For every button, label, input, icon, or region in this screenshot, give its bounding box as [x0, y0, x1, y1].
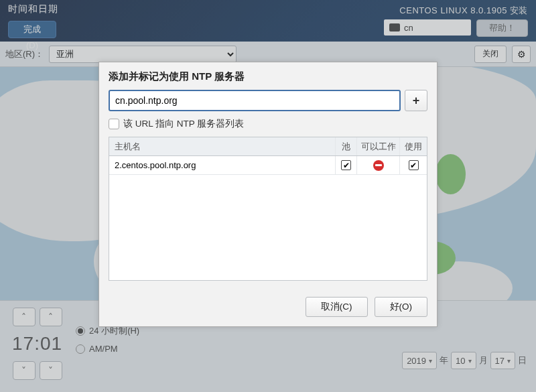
cell-pool[interactable]: ✔: [336, 156, 357, 174]
checkbox-checked-icon: ✔: [409, 160, 419, 170]
url-list-checkbox-row[interactable]: 该 URL 指向 NTP 服务器列表: [109, 118, 427, 130]
add-server-button[interactable]: +: [405, 90, 427, 111]
cancel-button[interactable]: 取消(C): [306, 297, 368, 317]
table-row[interactable]: 2.centos.pool.ntp.org ✔ ✔: [109, 156, 427, 175]
dialog-footer: 取消(C) 好(O): [99, 290, 437, 326]
ntp-url-input[interactable]: [109, 90, 401, 111]
col-host: 主机名: [109, 137, 336, 155]
cell-working: [357, 156, 400, 174]
dialog-body: + 该 URL 指向 NTP 服务器列表 主机名 池 可以工作 使用 2.cen…: [99, 90, 437, 290]
cell-host: 2.centos.pool.ntp.org: [109, 156, 336, 174]
url-list-label: 该 URL 指向 NTP 服务器列表: [123, 118, 244, 130]
col-use: 使用: [400, 137, 427, 155]
col-pool: 池: [336, 137, 357, 155]
col-working: 可以工作: [357, 137, 400, 155]
table-header: 主机名 池 可以工作 使用: [109, 137, 427, 156]
modal-overlay: 添加并标记为使用 NTP 服务器 + 该 URL 指向 NTP 服务器列表 主机…: [0, 0, 536, 392]
checkbox-checked-icon: ✔: [341, 160, 351, 170]
ok-button[interactable]: 好(O): [375, 297, 428, 317]
not-working-icon: [373, 160, 384, 171]
ntp-dialog: 添加并标记为使用 NTP 服务器 + 该 URL 指向 NTP 服务器列表 主机…: [98, 62, 438, 327]
ntp-table: 主机名 池 可以工作 使用 2.centos.pool.ntp.org ✔ ✔: [109, 137, 427, 281]
cell-use[interactable]: ✔: [400, 156, 427, 174]
checkbox-icon: [109, 119, 119, 129]
dialog-title: 添加并标记为使用 NTP 服务器: [99, 62, 437, 90]
